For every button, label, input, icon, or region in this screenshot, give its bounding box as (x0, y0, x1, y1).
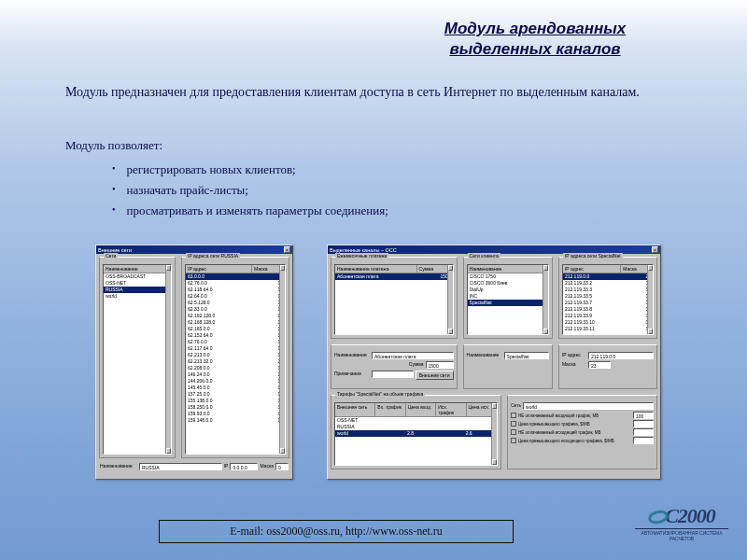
list-item[interactable]: 62.213.32.019 (186, 358, 285, 365)
mask-input[interactable]: 0 (275, 463, 289, 470)
list-item[interactable]: 212.119.33.732 (563, 300, 653, 306)
label: Примечание (334, 371, 370, 380)
list-item[interactable]: 212.119.33.532 (563, 293, 653, 300)
col-header: Внешняя сеть (335, 403, 375, 416)
network-list[interactable]: Наименование OSS-BROADCASTOSS-NETRUSSIAw… (103, 264, 172, 455)
list-item[interactable]: CISCO 3600 Киев (468, 280, 548, 287)
in-traffic-free-input[interactable]: 100 (633, 412, 654, 419)
ip-input[interactable]: 0.0.0.0 (230, 463, 258, 470)
list-item[interactable]: 212.119.33.832 (563, 306, 653, 313)
list-item[interactable]: 62.192.128.017 (186, 313, 285, 319)
list-item[interactable]: 62.5.128.017 (186, 300, 285, 306)
col-header: Наименование (104, 265, 171, 273)
list-item[interactable]: 144.206.0.016 (186, 378, 285, 385)
label: IP адрес (562, 352, 586, 359)
list-item[interactable]: 63.0.0.08 (186, 273, 285, 280)
list-item[interactable]: OSS-BROADCAST (104, 273, 171, 280)
col-header: Вх. трафик (375, 403, 405, 416)
label: Цена превышающего исходящего трафика, $/… (518, 439, 631, 443)
list-item[interactable]: 146.24.0.016 (186, 371, 285, 378)
scrollbar[interactable] (543, 265, 548, 334)
group-label: Ежемесячные платежи (335, 253, 388, 259)
list-item[interactable]: 145.45.0.016 (186, 385, 285, 391)
list-item[interactable]: 62.76.0.014 (186, 280, 285, 287)
out-traffic-free-input[interactable] (633, 428, 654, 436)
list-item[interactable]: 212.119.33.1132 (563, 326, 653, 332)
list-item[interactable]: 212.119.33.932 (563, 313, 653, 319)
payment-sum-input[interactable]: 1500 (426, 361, 454, 369)
network-name-input[interactable]: RUSSIA (139, 463, 222, 470)
out-traffic-price-input[interactable] (633, 437, 654, 444)
list-item[interactable]: RUSSIA (335, 424, 497, 430)
label: Маска (562, 361, 586, 369)
list-item[interactable]: 159.148.0.016 (186, 417, 285, 424)
list-item[interactable]: SpecialNet (468, 300, 548, 306)
list-item[interactable]: world2.82.6 (335, 430, 497, 437)
list-item[interactable]: 62.213.0.018 (186, 352, 285, 358)
list-item[interactable]: RUSSIA (104, 287, 171, 293)
list-item[interactable]: 62.118.64.019 (186, 287, 285, 293)
scrollbar[interactable] (491, 403, 497, 465)
scrollbar[interactable] (279, 265, 285, 454)
list-item[interactable]: OSS-NET (335, 417, 497, 424)
label: Наименование (334, 352, 370, 359)
client-mask-input[interactable]: 23 (588, 361, 611, 369)
in-traffic-price-input[interactable] (633, 420, 654, 427)
label: НЕ оплачиваемый входящий трафик, МБ (518, 413, 631, 418)
list-item[interactable]: 62.165.0.018 (186, 326, 285, 332)
list-item[interactable]: 159.93.0.016 (186, 411, 285, 417)
list-item[interactable]: 212.119.33.332 (563, 287, 653, 293)
feature-item: просматривать и изменять параметры соеди… (112, 203, 388, 218)
close-icon[interactable]: × (284, 246, 290, 253)
list-item[interactable]: 62.168.128.018 (186, 319, 285, 326)
payment-name-input[interactable]: Абонентская плата (372, 352, 454, 359)
list-item[interactable]: 62.64.0.019 (186, 293, 285, 300)
tariff-list[interactable]: Внешняя сеть Вх. трафик Цена вход. Исх. … (334, 402, 498, 466)
window-leased-channels: Выделенные каналы – OCC × Ежемесячные пл… (327, 245, 661, 480)
payment-note-input[interactable] (372, 371, 414, 378)
list-item[interactable]: INC (468, 293, 548, 300)
client-networks-list[interactable]: Наименование CISCO 1750CISCO 3600 КиевDi… (467, 264, 549, 335)
col-header: Наименование (468, 265, 548, 273)
checkbox[interactable] (511, 429, 516, 435)
list-item[interactable]: 212.119.33.1032 (563, 319, 653, 326)
client-ip-input[interactable]: 212.119.0.0 (588, 352, 654, 359)
list-item[interactable]: 212.119.33.232 (563, 280, 653, 287)
checkbox[interactable] (511, 438, 516, 443)
scrollbar[interactable] (165, 265, 171, 454)
list-item[interactable]: 157.25.0.016 (186, 391, 285, 398)
list-item[interactable]: 155.138.0.016 (186, 398, 285, 404)
list-item[interactable]: 62.76.0.014 (186, 339, 285, 345)
col-header: Наименование платежа (335, 265, 417, 273)
list-item[interactable]: 62.208.0.019 (186, 365, 285, 371)
list-item[interactable]: DialUp (468, 287, 548, 293)
feature-item: регистрировать новых клиентов; (112, 162, 388, 177)
checkbox[interactable] (511, 413, 516, 418)
external-nets-button[interactable]: Внешние сети (416, 371, 454, 380)
close-icon[interactable]: × (652, 246, 658, 253)
client-ip-list[interactable]: IP адрес Маска 212.119.0.023212.119.33.2… (562, 264, 654, 335)
logo: C2000 АВТОМАТИЗИРОВАННАЯ СИСТЕМА РАСЧЕТО… (635, 504, 728, 551)
list-item[interactable]: 158.250.0.016 (186, 404, 285, 411)
list-item[interactable]: 62.152.64.016 (186, 332, 285, 339)
payments-list[interactable]: Наименование платежа Сумма Абонентская п… (334, 264, 454, 335)
list-item[interactable]: world (104, 293, 171, 300)
list-item[interactable]: OSS-NET (104, 280, 171, 287)
scrollbar[interactable] (447, 265, 453, 334)
slide-title: Модуль арендованных выделенных каналов (400, 19, 670, 60)
feature-item: назначать прайс-листы; (112, 183, 388, 198)
checkbox[interactable] (511, 421, 516, 427)
client-net-name-input[interactable]: SpecialNet (504, 352, 549, 359)
label: IP (224, 463, 229, 470)
label: Сумма (409, 361, 424, 369)
logo-subtitle: АВТОМАТИЗИРОВАННАЯ СИСТЕМА РАСЧЕТОВ (635, 528, 728, 541)
list-item[interactable]: Абонентская плата1500 (335, 273, 453, 280)
title-line2: выделенных каналов (449, 40, 620, 58)
list-item[interactable]: 62.117.64.019 (186, 345, 285, 352)
list-item[interactable]: 62.33.0.016 (186, 306, 285, 313)
tariff-net-select[interactable]: world (523, 402, 654, 410)
ip-list[interactable]: IP адрес Маска 63.0.0.0862.76.0.01462.11… (185, 264, 286, 455)
list-item[interactable]: 212.119.0.023 (563, 273, 653, 280)
list-item[interactable]: CISCO 1750 (468, 273, 548, 280)
scrollbar[interactable] (647, 265, 653, 334)
